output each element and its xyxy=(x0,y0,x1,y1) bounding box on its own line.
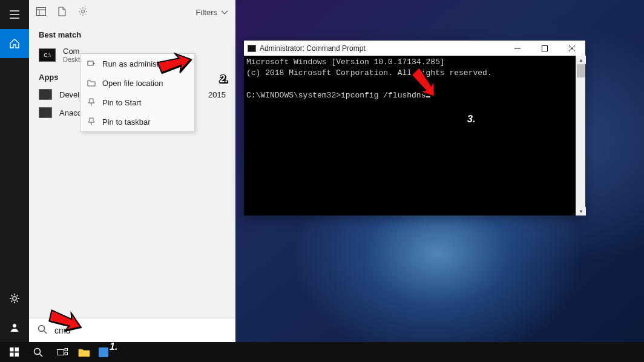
start-rail xyxy=(0,0,29,342)
scroll-up-button[interactable]: ▲ xyxy=(576,56,586,64)
search-panel-header: Filters xyxy=(29,0,235,24)
svg-rect-17 xyxy=(58,349,64,355)
svg-line-7 xyxy=(44,331,47,334)
settings-button[interactable] xyxy=(0,284,29,313)
svg-point-5 xyxy=(82,10,85,13)
chevron-down-icon xyxy=(221,8,228,17)
annotation-arrow: 3. xyxy=(435,97,483,129)
annotation-label: 2. xyxy=(220,74,228,85)
pin-taskbar-icon xyxy=(87,117,96,127)
folder-location-icon xyxy=(87,78,96,88)
annotation-label: 3. xyxy=(467,114,475,125)
cmd-cursor xyxy=(426,96,430,97)
minimize-button[interactable] xyxy=(504,41,531,56)
ctx-label: Pin to Start xyxy=(102,98,141,107)
svg-rect-19 xyxy=(65,352,68,355)
taskbar-search-button[interactable] xyxy=(27,342,50,362)
svg-point-0 xyxy=(13,297,16,300)
close-button[interactable] xyxy=(558,41,585,56)
scroll-down-button[interactable]: ▼ xyxy=(576,207,586,216)
filters-dropdown[interactable]: Filters xyxy=(196,8,228,17)
svg-point-15 xyxy=(34,348,41,354)
account-button[interactable] xyxy=(0,313,29,342)
start-button[interactable] xyxy=(2,342,25,362)
svg-rect-13 xyxy=(10,353,14,357)
cmd-body[interactable]: Microsoft Windows [Version 10.0.17134.28… xyxy=(244,56,585,216)
maximize-button[interactable] xyxy=(531,41,558,56)
annotation-arrow: 2. xyxy=(191,59,239,91)
ctx-pin-to-start[interactable]: Pin to Start xyxy=(80,93,194,112)
svg-point-6 xyxy=(39,326,45,332)
svg-rect-10 xyxy=(542,45,547,51)
best-match-label: Best match xyxy=(29,24,235,43)
app-icon xyxy=(39,89,52,100)
ctx-label: Pin to taskbar xyxy=(102,117,151,127)
search-icon xyxy=(38,324,47,336)
app-icon xyxy=(39,107,52,118)
cmd-app-icon xyxy=(248,45,256,52)
scroll-thumb[interactable] xyxy=(577,64,585,77)
annotation-arrow: 1. xyxy=(80,327,129,359)
ctx-pin-to-taskbar[interactable]: Pin to taskbar xyxy=(80,112,194,131)
home-button[interactable] xyxy=(0,29,29,58)
svg-rect-11 xyxy=(10,347,14,352)
hamburger-menu-button[interactable] xyxy=(0,0,29,29)
cmd-scrollbar[interactable]: ▲ ▼ xyxy=(576,56,585,216)
svg-rect-18 xyxy=(65,348,68,350)
filters-label: Filters xyxy=(196,8,217,17)
pin-start-icon xyxy=(87,97,96,107)
cmd-line: C:\WINDOWS\system32>ipconfig /flushdns xyxy=(246,91,426,100)
svg-line-16 xyxy=(40,354,43,357)
ctx-open-file-location[interactable]: Open file location xyxy=(80,73,194,93)
cmd-icon: C:\ xyxy=(39,48,56,62)
run-as-admin-icon xyxy=(87,59,96,68)
annotation-label: 1. xyxy=(110,341,117,352)
svg-point-1 xyxy=(13,324,16,327)
document-icon[interactable] xyxy=(58,7,66,18)
result-subtitle: Deskt xyxy=(63,56,80,63)
svg-rect-8 xyxy=(88,61,93,65)
ctx-label: Open file location xyxy=(102,79,163,88)
result-title: Com xyxy=(63,47,80,56)
svg-rect-12 xyxy=(15,347,19,352)
svg-rect-14 xyxy=(15,353,19,357)
svg-rect-2 xyxy=(37,7,46,15)
cmd-title: Administrator: Command Prompt xyxy=(260,44,366,53)
task-view-button[interactable] xyxy=(51,342,74,362)
window-layout-icon[interactable] xyxy=(36,7,46,18)
gear-icon[interactable] xyxy=(78,7,88,18)
